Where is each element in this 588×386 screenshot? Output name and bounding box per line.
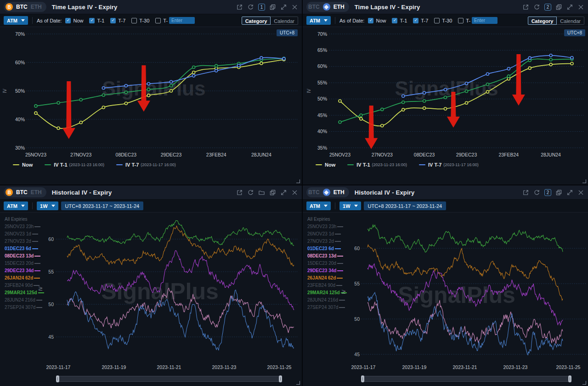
expiry-item[interactable]: 28JUN24 216d [303, 296, 338, 304]
folder-icon[interactable] [258, 189, 265, 196]
expiry-item[interactable]: 15DEC23 20d [303, 260, 338, 267]
close-icon[interactable] [291, 4, 298, 11]
tab-category[interactable]: Category [242, 17, 271, 25]
popout-icon[interactable] [522, 4, 529, 11]
coin-btc[interactable]: BTC [308, 4, 320, 10]
slider-handle-left[interactable] [361, 375, 364, 382]
tab-category[interactable]: Category [528, 17, 557, 25]
window-count-badge[interactable]: 2 [544, 189, 551, 196]
coin-eth[interactable]: ETH [31, 189, 42, 196]
checkbox-t-30[interactable]: T-30 [131, 18, 149, 23]
resize-corner[interactable] [582, 179, 586, 183]
period-select[interactable]: 1W [37, 201, 58, 210]
expiry-item[interactable]: 27SEP24 307d [0, 304, 35, 311]
coin-toggle[interactable]: B BTC ETH [4, 2, 46, 12]
window-count-badge[interactable]: 2 [544, 4, 551, 11]
checkbox-t-7[interactable]: ✓T-7 [413, 18, 428, 23]
expiry-item[interactable]: 23FEB24 90d [0, 282, 35, 289]
expand-icon[interactable] [280, 189, 287, 196]
refresh-icon[interactable] [533, 4, 540, 11]
expiry-item[interactable]: 29MAR24 125d [0, 289, 35, 296]
expiry-item[interactable]: 26JAN24 62d [303, 274, 338, 282]
coin-btc[interactable]: BTC [308, 189, 320, 196]
popout-icon[interactable] [522, 189, 529, 196]
expiry-item[interactable]: 26NOV23 1d [303, 230, 338, 238]
coin-toggle[interactable]: B BTC ETH [4, 187, 46, 197]
atm-select[interactable]: ATM [4, 201, 28, 210]
expiry-item[interactable]: 23FEB24 90d [303, 282, 338, 289]
tab-calendar[interactable]: Calendar [557, 17, 584, 25]
atm-select[interactable]: ATM [306, 16, 331, 25]
checkbox-t-1[interactable]: ✓T-1 [392, 18, 407, 23]
expiry-item[interactable]: 08DEC23 13d [0, 252, 35, 260]
legend-item[interactable]: IV T-7(2023-11-17 16:00) [116, 162, 176, 168]
expiry-item[interactable]: 29DEC23 34d [0, 267, 35, 274]
checkbox-t-30[interactable]: T-30 [434, 18, 452, 23]
expiry-item[interactable]: 01DEC23 6d [0, 245, 35, 252]
checkbox-t[interactable]: T- [458, 18, 470, 23]
checkbox-now[interactable]: ✓Now [65, 18, 83, 23]
expand-icon[interactable] [280, 4, 287, 11]
slider-handle-right[interactable] [279, 375, 282, 382]
coin-toggle[interactable]: BTC ETH [306, 187, 349, 197]
expiry-item[interactable]: 28JUN24 216d [0, 296, 35, 304]
coin-eth[interactable]: ETH [334, 4, 345, 10]
legend-item[interactable]: IV T-1(2023-11-23 16:00) [45, 162, 104, 168]
expiry-item[interactable]: 27NOV23 2d [0, 238, 35, 245]
checkbox-now[interactable]: ✓Now [368, 18, 386, 23]
window-count-badge[interactable]: 1 [258, 4, 265, 11]
tab-calendar[interactable]: Calendar [271, 17, 298, 25]
expiry-item[interactable]: 29MAR24 125d [303, 289, 338, 296]
refresh-icon[interactable] [247, 189, 254, 196]
coin-eth[interactable]: ETH [334, 189, 345, 196]
legend-item[interactable]: IV T-1(2023-11-23 16:00) [347, 162, 407, 168]
slider-handle-left[interactable] [56, 375, 59, 382]
coin-eth[interactable]: ETH [31, 4, 42, 10]
legend-item[interactable]: IV T-7(2023-11-17 16:00) [419, 162, 479, 168]
date-range-badge[interactable]: UTC+8 2023-11-17 ~ 2023-11-24 [61, 201, 144, 210]
date-range-badge[interactable]: UTC+8 2023-11-17 ~ 2023-11-24 [364, 201, 447, 210]
expiry-item[interactable]: 29DEC23 34d [303, 267, 338, 274]
popout-icon[interactable] [236, 189, 243, 196]
coin-toggle[interactable]: BTC ETH [306, 2, 349, 12]
close-icon[interactable] [577, 189, 584, 196]
expiry-item[interactable]: 27SEP24 307d [303, 304, 338, 311]
expiry-item[interactable]: 15DEC23 20d [0, 260, 35, 267]
expiry-item[interactable]: 25NOV23 23h [0, 223, 35, 230]
t-custom-input[interactable] [472, 17, 498, 24]
expand-icon[interactable] [566, 4, 573, 11]
duplicate-icon[interactable] [269, 4, 276, 11]
time-range-slider[interactable] [56, 376, 282, 382]
expiry-item[interactable]: 08DEC23 13d [303, 252, 338, 260]
close-icon[interactable] [291, 189, 298, 196]
expiry-item[interactable]: 27NOV23 2d [303, 238, 338, 245]
legend-item[interactable]: Now [13, 162, 33, 168]
coin-btc[interactable]: BTC [16, 189, 28, 196]
expand-icon[interactable] [566, 189, 573, 196]
popout-icon[interactable] [236, 4, 243, 11]
legend-item[interactable]: Now [316, 162, 335, 168]
expiry-item[interactable]: 25NOV23 23h [303, 223, 338, 230]
expiry-item[interactable]: 01DEC23 6d [303, 245, 338, 252]
slider-handle-right[interactable] [568, 375, 571, 382]
resize-corner[interactable] [296, 179, 300, 183]
close-icon[interactable] [577, 4, 584, 11]
resize-corner[interactable] [582, 381, 586, 385]
expiry-item[interactable]: 26NOV23 1d [0, 230, 35, 238]
refresh-icon[interactable] [533, 189, 540, 196]
t-custom-input[interactable] [169, 17, 195, 24]
duplicate-icon[interactable] [555, 189, 562, 196]
checkbox-t-7[interactable]: ✓T-7 [110, 18, 125, 23]
resize-corner[interactable] [296, 381, 300, 385]
duplicate-icon[interactable] [269, 189, 276, 196]
duplicate-icon[interactable] [555, 4, 562, 11]
atm-select[interactable]: ATM [4, 16, 28, 25]
checkbox-t[interactable]: T- [155, 18, 168, 23]
expiry-item[interactable]: 26JAN24 62d [0, 274, 35, 282]
period-select[interactable]: 1W [339, 201, 361, 210]
refresh-icon[interactable] [247, 4, 254, 11]
atm-select[interactable]: ATM [306, 201, 331, 210]
time-range-slider[interactable] [361, 376, 571, 382]
coin-btc[interactable]: BTC [16, 4, 28, 10]
checkbox-t-1[interactable]: ✓T-1 [89, 18, 104, 23]
